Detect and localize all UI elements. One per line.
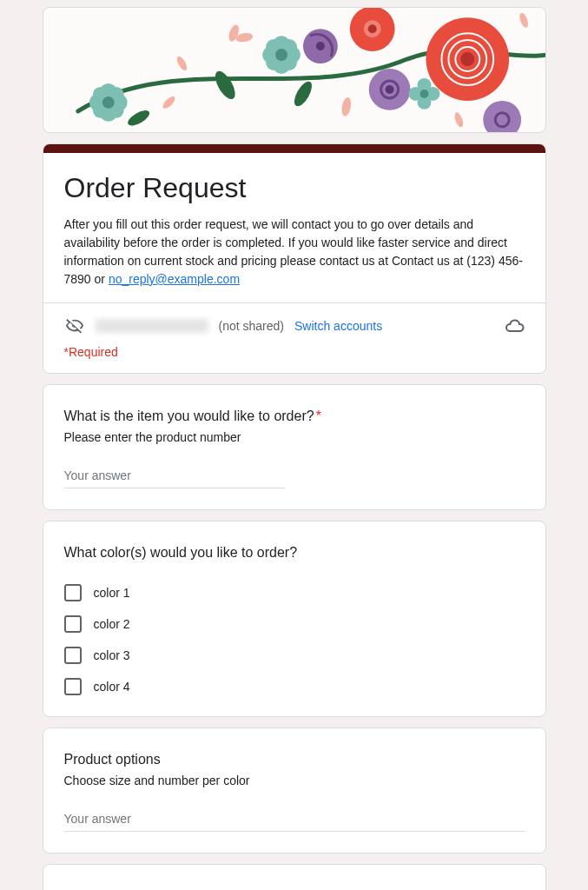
- form-header-card: Order Request After you fill out this or…: [43, 143, 546, 374]
- question-title-text: What is the item you would like to order…: [64, 408, 314, 423]
- choice-label: color 2: [94, 617, 130, 631]
- contact-email-link[interactable]: no_reply@example.com: [109, 272, 240, 286]
- question-title: Product options: [64, 749, 525, 770]
- svg-point-7: [367, 24, 376, 33]
- svg-point-44: [518, 11, 530, 29]
- svg-point-23: [275, 49, 287, 61]
- question-title: Contact info: [64, 886, 525, 890]
- question-card-contact: Contact info: [43, 864, 546, 890]
- question-title: What color(s) would you like to order?: [64, 542, 525, 563]
- svg-point-4: [460, 52, 474, 66]
- svg-point-41: [161, 95, 176, 110]
- svg-point-42: [340, 96, 352, 116]
- question-help: Choose size and number per color: [64, 774, 525, 787]
- svg-point-45: [211, 68, 239, 102]
- form-banner: [43, 7, 546, 133]
- svg-point-47: [125, 108, 151, 129]
- required-star: *: [316, 408, 321, 423]
- accent-bar: [43, 144, 545, 153]
- redacted-email: [96, 319, 208, 333]
- checkbox-icon: [64, 615, 82, 633]
- color-option[interactable]: color 2: [64, 615, 525, 633]
- svg-point-46: [290, 79, 314, 110]
- cloud-icon: [504, 315, 525, 336]
- question-card-colors: What color(s) would you like to order? c…: [43, 521, 546, 717]
- svg-point-40: [175, 55, 188, 72]
- svg-point-12: [385, 85, 393, 94]
- question-card-options: Product options Choose size and number p…: [43, 727, 546, 853]
- account-row: (not shared) Switch accounts: [43, 303, 545, 342]
- form-description: After you fill out this order request, w…: [64, 216, 525, 289]
- question-title: What is the item you would like to order…: [64, 406, 525, 427]
- question-help: Please enter the product number: [64, 430, 525, 444]
- color-option[interactable]: color 4: [64, 678, 525, 695]
- svg-point-37: [102, 96, 114, 109]
- checkbox-icon: [64, 584, 82, 601]
- form-title: Order Request: [64, 170, 525, 205]
- color-choices: color 1 color 2 color 3 color 4: [64, 584, 525, 695]
- svg-point-9: [315, 42, 324, 50]
- question-card-item: What is the item you would like to order…: [43, 384, 546, 510]
- product-options-input[interactable]: [64, 808, 525, 832]
- visibility-off-icon: [64, 315, 85, 336]
- floral-illustration: [43, 8, 545, 132]
- item-answer-input[interactable]: [64, 465, 285, 488]
- required-notice: *Required: [64, 345, 118, 359]
- checkbox-icon: [64, 647, 82, 664]
- choice-label: color 1: [94, 586, 130, 600]
- checkbox-icon: [64, 678, 82, 695]
- switch-accounts-link[interactable]: Switch accounts: [294, 319, 382, 333]
- svg-point-28: [420, 90, 428, 98]
- color-option[interactable]: color 1: [64, 584, 525, 601]
- color-option[interactable]: color 3: [64, 647, 525, 664]
- not-shared-label: (not shared): [219, 319, 284, 333]
- svg-point-43: [453, 111, 465, 129]
- choice-label: color 4: [94, 680, 130, 694]
- choice-label: color 3: [94, 648, 130, 662]
